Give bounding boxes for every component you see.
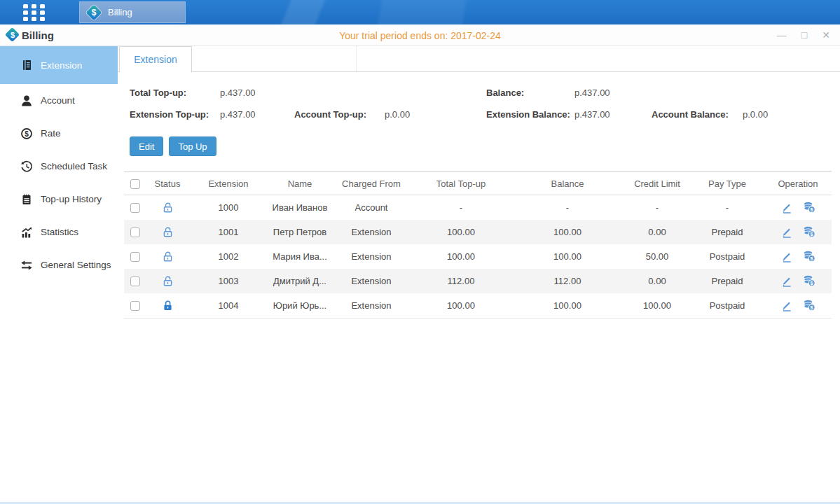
ledger-icon	[20, 59, 33, 71]
cell-total-topup: -	[411, 195, 511, 220]
cell-total-topup: 100.00	[411, 244, 511, 269]
sidebar-item-topup-history[interactable]: Top-up History	[0, 183, 118, 216]
row-checkbox[interactable]	[130, 276, 140, 286]
balance-summary: Total Top-up: p.437.00 Balance: p.437.00…	[130, 82, 840, 125]
row-checkbox[interactable]	[130, 252, 140, 262]
cell-credit-limit: 100.00	[624, 293, 690, 318]
cell-pay-type: Prepaid	[690, 220, 764, 244]
lock-open-icon	[162, 226, 174, 237]
cell-credit-limit: 0.00	[624, 220, 690, 244]
desktop-topbar: $ Billing !	[0, 0, 840, 24]
sidebar-item-label: Scheduled Task	[41, 161, 107, 172]
extension-balance-label: Extension Balance:	[486, 109, 574, 120]
cell-charged-from: Extension	[331, 220, 411, 244]
col-name: Name	[268, 172, 331, 195]
tab-strip-separator	[356, 46, 357, 71]
cell-extension: 1004	[188, 293, 268, 318]
top-up-row-icon[interactable]: $	[803, 251, 815, 262]
cell-balance: 100.00	[511, 220, 624, 244]
cell-charged-from: Extension	[331, 293, 411, 318]
cell-credit-limit: -	[624, 195, 690, 220]
svg-text:$: $	[25, 130, 29, 137]
table-header-row: Status Extension Name Charged From Total…	[124, 172, 832, 195]
cell-balance: 100.00	[511, 244, 624, 269]
account-balance-value: p.0.00	[743, 109, 840, 120]
cell-pay-type: -	[690, 195, 764, 220]
top-up-row-icon[interactable]: $	[803, 275, 815, 287]
sidebar-item-statistics[interactable]: Statistics	[0, 216, 118, 248]
edit-row-icon[interactable]	[781, 300, 792, 312]
action-buttons: Edit Top Up	[130, 136, 840, 156]
cell-total-topup: 100.00	[411, 293, 511, 318]
col-operation: Operation	[764, 172, 832, 195]
table-row: 1003Дмитрий Д...Extension112.00112.000.0…	[124, 269, 832, 293]
row-checkbox[interactable]	[130, 227, 140, 237]
cell-pay-type: Prepaid	[690, 269, 764, 293]
extension-topup-value: p.437.00	[220, 109, 294, 120]
sidebar-item-rate[interactable]: $ Rate	[0, 117, 118, 150]
table-row: 1002Мария Ива...Extension100.00100.0050.…	[124, 244, 832, 269]
maximize-icon[interactable]: □	[801, 29, 807, 41]
transfer-arrows-icon	[20, 259, 33, 272]
col-credit-limit: Credit Limit	[624, 172, 690, 195]
cell-charged-from: Account	[331, 195, 411, 220]
table-row: 1001Петр ПетровExtension100.00100.000.00…	[124, 220, 832, 244]
sidebar-item-label: Extension	[41, 60, 82, 71]
lock-open-icon	[162, 251, 174, 261]
tab-strip: Extension	[118, 46, 840, 72]
tab-extension[interactable]: Extension	[119, 46, 192, 72]
col-extension: Extension	[188, 172, 268, 195]
sidebar-item-label: Statistics	[41, 227, 78, 237]
sidebar-item-label: Account	[41, 95, 75, 106]
sidebar-item-scheduled-task[interactable]: Scheduled Task	[0, 150, 118, 183]
sidebar-item-general-settings[interactable]: General Settings	[0, 248, 118, 281]
notepad-icon	[20, 193, 33, 206]
account-balance-label: Account Balance:	[652, 109, 743, 120]
select-all-checkbox[interactable]	[130, 179, 140, 189]
sidebar-item-extension[interactable]: Extension	[0, 46, 118, 84]
bar-chart-icon	[20, 226, 33, 239]
cell-pay-type: Postpaid	[690, 293, 764, 318]
main-content: Extension Total Top-up: p.437.00 Balance…	[118, 46, 840, 504]
row-checkbox[interactable]	[130, 301, 140, 311]
edit-row-icon[interactable]	[781, 227, 792, 238]
sidebar-item-label: Top-up History	[41, 194, 102, 204]
cell-charged-from: Extension	[331, 244, 411, 269]
app-grid-icon[interactable]	[23, 4, 51, 21]
top-up-row-icon[interactable]: $	[803, 300, 815, 312]
edit-row-icon[interactable]	[781, 251, 792, 262]
trial-notice: Your trial period ends on: 2017-02-24	[0, 30, 840, 41]
top-up-row-icon[interactable]: $	[803, 226, 815, 238]
cell-balance: -	[511, 195, 624, 220]
extension-topup-label: Extension Top-up:	[130, 109, 220, 120]
cell-total-topup: 100.00	[411, 220, 511, 244]
cell-balance: 100.00	[511, 293, 624, 318]
row-checkbox[interactable]	[130, 203, 140, 213]
edit-button[interactable]: Edit	[130, 136, 163, 156]
person-icon	[20, 94, 33, 107]
top-up-row-icon[interactable]: $	[803, 202, 815, 214]
account-topup-label: Account Top-up:	[294, 109, 385, 120]
edit-row-icon[interactable]	[781, 276, 792, 287]
cell-extension: 1001	[188, 220, 268, 244]
sidebar-item-account[interactable]: Account	[0, 84, 118, 117]
lock-open-icon	[162, 202, 174, 212]
minimize-icon[interactable]: —	[777, 29, 787, 41]
edit-row-icon[interactable]	[781, 202, 792, 214]
taskbar-billing-tab[interactable]: $ Billing	[79, 1, 186, 23]
taskbar-tab-label: Billing	[108, 7, 132, 18]
account-topup-value: p.0.00	[385, 109, 486, 120]
top-up-button[interactable]: Top Up	[169, 136, 216, 156]
cell-credit-limit: 0.00	[624, 269, 690, 293]
dollar-circle-icon: $	[20, 127, 33, 140]
cell-total-topup: 112.00	[411, 269, 511, 293]
col-status: Status	[146, 172, 188, 195]
cell-name: Дмитрий Д...	[268, 269, 331, 293]
cell-extension: 1002	[188, 244, 268, 269]
cell-extension: 1003	[188, 269, 268, 293]
lock-closed-icon	[162, 300, 174, 310]
close-icon[interactable]: ✕	[822, 29, 830, 41]
cell-balance: 112.00	[511, 269, 624, 293]
sidebar: Extension Account $ Rate Scheduled Task …	[0, 46, 118, 504]
total-topup-label: Total Top-up:	[130, 88, 220, 98]
